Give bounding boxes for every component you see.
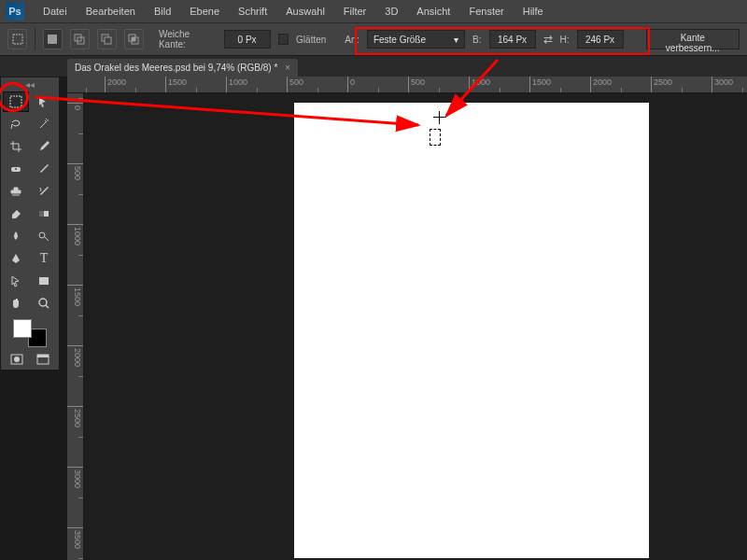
brush-tool-icon[interactable]: [31, 159, 57, 179]
crop-tool-icon[interactable]: [3, 136, 29, 157]
svg-rect-0: [13, 35, 22, 44]
divider: [35, 28, 35, 50]
foreground-color[interactable]: [13, 319, 32, 338]
style-dropdown[interactable]: Feste Größe ▾: [367, 30, 465, 49]
svg-point-13: [39, 232, 45, 238]
eraser-tool-icon[interactable]: [3, 203, 29, 224]
ruler-tick: 1500: [165, 77, 226, 92]
width-label: B:: [472, 35, 481, 45]
canvas-area[interactable]: [84, 93, 747, 560]
svg-rect-19: [37, 355, 49, 357]
rectangle-shape-tool-icon[interactable]: [31, 271, 57, 291]
ruler-tick: 0: [347, 77, 408, 92]
svg-point-15: [39, 299, 47, 306]
ruler-tick: 2000: [590, 77, 651, 92]
tool-preset-picker[interactable]: [7, 29, 27, 49]
crosshair-cursor-icon: [433, 111, 446, 124]
toolbox: ◂◂ T: [0, 77, 60, 371]
ruler-tick: [67, 77, 105, 92]
marquee-selection: [430, 129, 441, 146]
gradient-tool-icon[interactable]: [31, 203, 57, 224]
selection-add-icon[interactable]: [70, 29, 90, 49]
ruler-tick: [67, 93, 83, 103]
color-swatches[interactable]: [13, 319, 47, 347]
svg-rect-8: [132, 37, 135, 41]
feather-input[interactable]: [224, 30, 271, 49]
menu-3d[interactable]: 3D: [375, 2, 407, 21]
move-tool-icon[interactable]: [31, 91, 57, 112]
close-tab-icon[interactable]: ×: [285, 63, 290, 73]
screen-mode-icon[interactable]: [33, 351, 53, 368]
document-tab-title: Das Orakel des Meeres.psd bei 9,74% (RGB…: [75, 63, 277, 73]
ruler-horizontal[interactable]: 2000 1500 1000 500 0 500 1000 1500 2000 …: [67, 77, 747, 93]
svg-rect-12: [39, 211, 44, 217]
lasso-tool-icon[interactable]: [3, 114, 29, 134]
svg-rect-14: [39, 277, 49, 285]
ruler-tick: 3000: [712, 77, 747, 92]
clone-stamp-tool-icon[interactable]: [3, 181, 29, 202]
document-tab[interactable]: Das Orakel des Meeres.psd bei 9,74% (RGB…: [67, 59, 298, 77]
path-selection-tool-icon[interactable]: [3, 271, 29, 291]
ruler-tick: 2000: [105, 77, 165, 92]
menu-filter[interactable]: Filter: [334, 2, 375, 21]
ruler-tick: 1500: [529, 77, 590, 92]
antialias-label: Glätten: [296, 35, 326, 45]
swap-dimensions-icon[interactable]: ⇄: [543, 33, 553, 46]
ruler-tick: 3000: [67, 467, 83, 527]
antialias-checkbox[interactable]: [278, 34, 289, 45]
ruler-tick: 1500: [67, 285, 83, 345]
menu-fenster[interactable]: Fenster: [459, 2, 513, 21]
selection-intersect-icon[interactable]: [124, 29, 144, 49]
menu-auswahl[interactable]: Auswahl: [276, 2, 334, 21]
ruler-tick: 0: [67, 103, 83, 163]
document-tabbar: Das Orakel des Meeres.psd bei 9,74% (RGB…: [0, 56, 747, 77]
ruler-tick: 1000: [226, 77, 287, 92]
ruler-tick: 2500: [67, 406, 83, 467]
ruler-tick: 500: [408, 77, 469, 92]
menu-bild[interactable]: Bild: [145, 2, 180, 21]
menu-datei[interactable]: Datei: [34, 2, 77, 21]
ruler-tick: 2500: [651, 77, 712, 92]
feather-label: Weiche Kante:: [159, 29, 217, 49]
refine-edge-button[interactable]: Kante verbessern...: [646, 29, 740, 49]
menu-ansicht[interactable]: Ansicht: [407, 2, 459, 21]
menu-hilfe[interactable]: Hilfe: [514, 2, 553, 21]
svg-rect-9: [10, 96, 21, 107]
ruler-tick: 500: [67, 163, 83, 224]
ruler-vertical[interactable]: 0 500 1000 1500 2000 2500 3000 3500: [67, 93, 84, 560]
quick-mask-icon[interactable]: [7, 351, 27, 368]
ruler-tick: 1000: [67, 224, 83, 285]
svg-rect-1: [48, 35, 57, 44]
ruler-tick: 1000: [469, 77, 529, 92]
chevron-down-icon: ▾: [454, 35, 458, 45]
type-tool-icon[interactable]: T: [31, 248, 57, 269]
eyedropper-tool-icon[interactable]: [31, 136, 57, 157]
zoom-tool-icon[interactable]: [31, 293, 57, 314]
selection-subtract-icon[interactable]: [97, 29, 117, 49]
menu-ebene[interactable]: Ebene: [180, 2, 229, 21]
height-input[interactable]: [577, 30, 624, 49]
toolbox-collapse-icon[interactable]: ◂◂: [3, 79, 57, 90]
width-input[interactable]: [489, 30, 536, 49]
ps-logo: Ps: [6, 2, 24, 21]
ruler-tick: 2000: [67, 345, 83, 406]
pen-tool-icon[interactable]: [3, 248, 29, 269]
quick-mask-row: [3, 351, 57, 368]
selection-new-icon[interactable]: [43, 29, 63, 49]
ruler-tick: 3500: [67, 527, 83, 560]
dodge-tool-icon[interactable]: [31, 226, 57, 246]
blur-tool-icon[interactable]: [3, 226, 29, 246]
style-value: Feste Größe: [374, 35, 426, 45]
hand-tool-icon[interactable]: [3, 293, 29, 314]
rectangular-marquee-tool-icon[interactable]: [3, 91, 29, 112]
history-brush-tool-icon[interactable]: [31, 181, 57, 202]
menu-schrift[interactable]: Schrift: [229, 2, 276, 21]
height-label: H:: [560, 35, 570, 45]
healing-brush-tool-icon[interactable]: [3, 159, 29, 179]
ruler-tick: 500: [287, 77, 347, 92]
style-label: Art:: [345, 35, 359, 45]
menu-bearbeiten[interactable]: Bearbeiten: [77, 2, 145, 21]
document-canvas[interactable]: [294, 103, 649, 558]
magic-wand-tool-icon[interactable]: [31, 114, 57, 134]
menubar: Ps Datei Bearbeiten Bild Ebene Schrift A…: [0, 0, 747, 22]
